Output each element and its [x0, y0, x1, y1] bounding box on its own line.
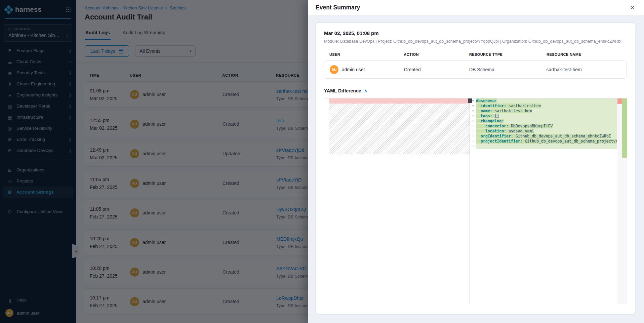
column-header: RESOURCE TYPE	[469, 52, 547, 56]
event-table-row: AU admin user Created DB Schema sarthak-…	[324, 60, 627, 79]
user-avatar: AU	[330, 65, 338, 74]
yaml-difference-toggle[interactable]: YAML Difference ∧	[324, 88, 627, 93]
drawer-title: Event Summary	[316, 4, 629, 11]
diff-left-pane: −	[324, 98, 470, 304]
plus-gutter-icon: +	[470, 109, 476, 114]
diff-added-line: +	[470, 144, 617, 149]
drawer-body: Mar 02, 2025, 01:08 pm Module: Database …	[308, 15, 644, 323]
diff-added-line: + name: sarthak-test-hem	[470, 109, 617, 114]
event-timestamp: Mar 02, 2025, 01:08 pm	[324, 30, 627, 36]
event-resource-type: DB Schema	[469, 67, 547, 72]
diff-right-pane: +dbschema:+ identifier: sarthaktesthem+ …	[470, 98, 617, 304]
yaml-diff-editor[interactable]: − +dbschema:+ identifier: sarthaktesthem…	[324, 98, 627, 304]
column-header: ACTION	[404, 52, 469, 56]
plus-gutter-icon: +	[470, 119, 476, 124]
diff-added-line: + projectIdentifier: Github_db_devops_au…	[470, 139, 617, 144]
event-user: admin user	[342, 67, 365, 72]
close-icon[interactable]: ×	[629, 3, 637, 11]
diff-added-line: + identifier: sarthaktesthem	[470, 104, 617, 109]
ruler-removed-mark	[617, 98, 622, 104]
chevron-up-icon: ∧	[364, 88, 367, 93]
event-summary-card: Mar 02, 2025, 01:08 pm Module: Database …	[316, 23, 635, 314]
plus-gutter-icon: +	[470, 139, 476, 144]
diff-sash-handle[interactable]	[468, 98, 472, 103]
column-header: RESOURCE NAME	[547, 52, 627, 56]
event-summary-drawer: Event Summary × Mar 02, 2025, 01:08 pm M…	[308, 0, 644, 323]
plus-gutter-icon: +	[470, 134, 476, 139]
plus-gutter-icon: +	[470, 144, 476, 149]
app-root: harness ACCOUNT Abhinav - Kitchen Sin...…	[0, 0, 644, 323]
event-table-header: USERACTIONRESOURCE TYPERESOURCE NAME	[324, 52, 627, 56]
diff-added-line: + orgIdentifier: Github_db_devops_aut_db…	[470, 134, 617, 139]
diff-added-line: + location: asdsad.yaml	[470, 129, 617, 134]
diff-added-line: + connector: DbDevopsoBKpcpIfEV	[470, 124, 617, 129]
plus-gutter-icon: +	[470, 114, 476, 119]
diff-empty-hatch	[329, 104, 470, 154]
diff-removed-line: −	[324, 98, 470, 104]
diff-added-line: + changeLog:	[470, 119, 617, 124]
plus-gutter-icon: +	[470, 129, 476, 134]
diff-added-line: + tags: []	[470, 114, 617, 119]
minus-gutter-icon: −	[324, 98, 329, 104]
plus-gutter-icon: +	[470, 124, 476, 129]
diff-added-line: +dbschema:	[470, 98, 617, 104]
event-module-line: Module: Database DevOps | Project: Githu…	[324, 39, 627, 44]
drawer-header: Event Summary ×	[308, 0, 644, 15]
event-action: Created	[404, 67, 469, 72]
plus-gutter-icon: +	[470, 104, 476, 109]
diff-overview-ruler	[617, 98, 627, 304]
ruler-added-mark	[622, 98, 627, 158]
event-resource-name: sarthak-test-hem	[547, 67, 627, 72]
column-header: USER	[329, 52, 404, 56]
